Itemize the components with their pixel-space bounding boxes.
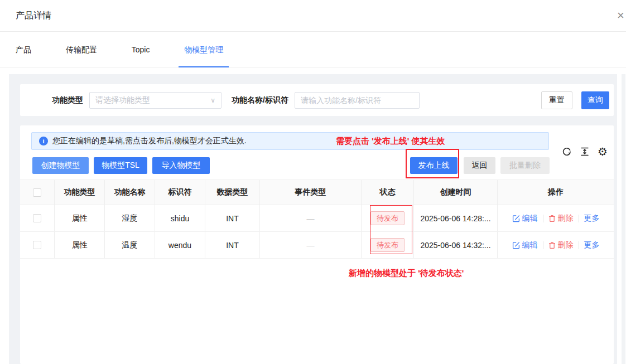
tab-product[interactable]: 产品 [10, 32, 37, 67]
tab-transport-config[interactable]: 传输配置 [60, 32, 103, 67]
header-function-type: 功能类型 [55, 180, 105, 205]
status-annotation-text: 新增的物模型处于 '待发布状态' [349, 268, 464, 279]
import-thing-model-button[interactable]: 导入物模型 [152, 157, 210, 174]
more-link[interactable]: 更多 [584, 240, 600, 250]
table-row: 属性 温度 wendu INT — 待发布 2025-06-06 14:32:.… [20, 232, 614, 259]
search-button[interactable]: 查询 [581, 91, 609, 109]
publish-annotation-text: 需要点击 '发布上线' 使其生效 [336, 133, 445, 149]
more-link[interactable]: 更多 [584, 213, 600, 224]
edit-icon [512, 241, 520, 249]
row-checkbox[interactable] [33, 214, 41, 222]
back-button[interactable]: 返回 [464, 157, 495, 174]
thing-model-table: 功能类型 功能名称 标识符 数据类型 事件类型 状态 创建时间 操作 属性 湿度… [20, 179, 614, 259]
publish-online-button[interactable]: 发布上线 [410, 157, 458, 174]
settings-icon[interactable]: ⚙ [597, 145, 608, 158]
status-badge: 待发布 [370, 211, 405, 225]
header-actions: 操作 [498, 180, 614, 205]
cell-identifier: wendu [155, 232, 205, 258]
filter-card: 功能类型 请选择功能类型 ∨ 功能名称/标识符 重置 查询 [20, 84, 614, 116]
tab-bar: 产品 传输配置 Topic 物模型管理 [0, 32, 626, 67]
cell-event-type: — [260, 205, 362, 231]
cell-function-name: 湿度 [105, 205, 155, 231]
thing-model-tsl-button[interactable]: 物模型TSL [94, 157, 147, 174]
edit-link[interactable]: 编辑 [512, 240, 538, 250]
delete-link[interactable]: 删除 [548, 213, 574, 224]
draft-info-text: 您正在编辑的是草稿,需点击发布后,物模型才会正式生效. [52, 136, 247, 146]
header-identifier: 标识符 [155, 180, 205, 205]
row-checkbox[interactable] [33, 241, 41, 249]
divider [579, 215, 579, 222]
page-title: 产品详情 [16, 0, 51, 31]
table-row: 属性 湿度 shidu INT — 待发布 2025-06-06 14:28:.… [20, 205, 614, 232]
cell-event-type: — [260, 232, 362, 258]
cell-data-type: INT [205, 232, 260, 258]
table-header-row: 功能类型 功能名称 标识符 数据类型 事件类型 状态 创建时间 操作 [20, 179, 614, 205]
function-type-select[interactable]: 请选择功能类型 ∨ [89, 92, 221, 109]
modal-header: 产品详情 × [0, 0, 626, 32]
reset-button[interactable]: 重置 [541, 91, 572, 109]
function-type-label: 功能类型 [48, 84, 83, 116]
delete-link[interactable]: 删除 [548, 240, 574, 250]
cell-function-type: 属性 [55, 205, 105, 231]
function-name-input[interactable] [295, 92, 420, 109]
row-height-icon[interactable] [579, 145, 590, 158]
table-tool-icons: ⚙ [561, 145, 608, 158]
cell-created-time: 2025-06-06 14:32:... [414, 232, 498, 258]
thing-model-card: i 您正在编辑的是草稿,需点击发布后,物模型才会正式生效. 需要点击 '发布上线… [20, 125, 614, 364]
status-badge: 待发布 [370, 238, 405, 252]
cell-created-time: 2025-06-06 14:28:... [414, 205, 498, 231]
tab-thing-model[interactable]: 物模型管理 [179, 32, 229, 67]
cell-data-type: INT [205, 205, 260, 231]
select-all-checkbox[interactable] [33, 188, 41, 197]
divider [579, 241, 579, 249]
header-function-name: 功能名称 [105, 180, 155, 205]
header-event-type: 事件类型 [260, 180, 362, 205]
close-icon[interactable]: × [617, 8, 624, 23]
cell-function-name: 温度 [105, 232, 155, 258]
divider [543, 241, 543, 249]
create-thing-model-button[interactable]: 创建物模型 [32, 157, 89, 174]
chevron-down-icon: ∨ [210, 96, 215, 104]
trash-icon [548, 241, 556, 249]
edit-icon [512, 215, 520, 222]
header-data-type: 数据类型 [205, 180, 260, 205]
cell-identifier: shidu [155, 205, 205, 231]
batch-delete-button[interactable]: 批量删除 [500, 157, 550, 174]
draft-info-banner: i 您正在编辑的是草稿,需点击发布后,物模型才会正式生效. 需要点击 '发布上线… [31, 132, 549, 150]
select-placeholder: 请选择功能类型 [95, 95, 150, 105]
trash-icon [548, 215, 556, 222]
select-all-cell [20, 180, 55, 205]
info-icon: i [39, 137, 48, 145]
header-created-time: 创建时间 [414, 180, 498, 205]
function-name-label: 功能名称/标识符 [221, 84, 288, 116]
scrollbar[interactable] [622, 74, 625, 364]
cell-function-type: 属性 [55, 232, 105, 258]
edit-link[interactable]: 编辑 [512, 213, 538, 224]
tab-topic[interactable]: Topic [126, 32, 156, 67]
refresh-icon[interactable] [561, 145, 572, 158]
divider [543, 215, 543, 222]
header-status: 状态 [362, 180, 414, 205]
